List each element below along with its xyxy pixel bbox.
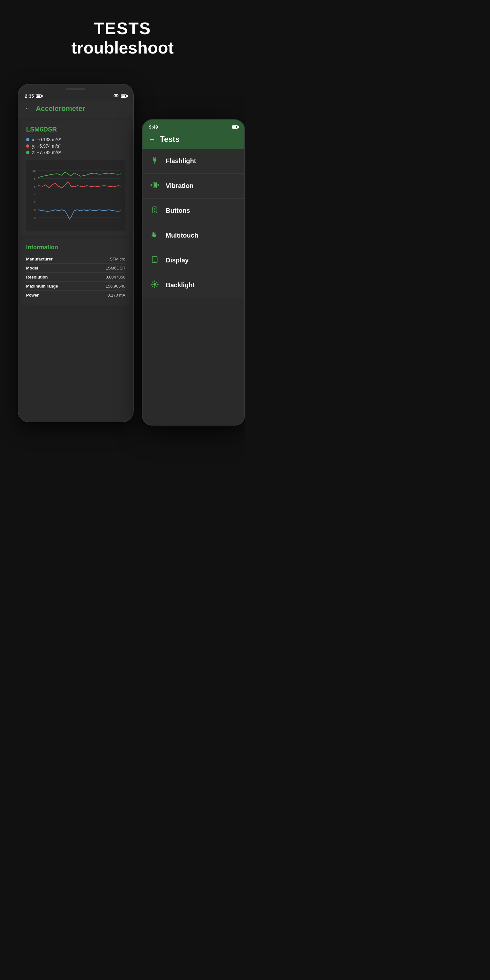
svg-text:0: 0 [34,208,36,212]
header-section: TESTS troubleshoot [0,0,245,71]
tests-header: 9:49 ← Tests [143,120,244,149]
y-value-row: y: +5.974 m/s² [26,143,126,149]
info-label: Model [26,266,38,270]
info-value: LSM6DSR [106,266,126,270]
multitouch-label: Multitouch [166,232,198,239]
phones-area: 2:35 ← Accelerometer LSM6DSR x: +0.133 m… [0,77,245,464]
info-value: 0.0047856 [106,275,126,280]
main-subtitle: troubleshoot [13,38,232,58]
tests-title-bar: ← Tests [143,132,244,149]
info-label: Power [26,293,39,298]
tests-list: Flashlight Vibration Buttons Multitouch … [143,149,244,298]
info-value: 156.90640 [106,284,126,288]
z-value: z: +7.782 m/s² [32,150,60,155]
flashlight-label: Flashlight [166,158,196,165]
test-item-buttons[interactable]: Buttons [143,199,244,223]
svg-rect-14 [153,158,156,159]
info-row: Maximum range 156.90640 [26,282,126,291]
tests-battery [232,126,238,129]
info-value: 0.170 mA [107,293,126,298]
svg-rect-16 [154,183,156,187]
chart-svg: 10 8 6 4 2 0 -2 [29,163,123,229]
svg-point-18 [154,211,155,212]
display-icon [150,255,159,266]
status-right [113,94,127,98]
accelerometer-header: ← Accelerometer [18,100,133,118]
info-label: Resolution [26,275,48,280]
information-title: Information [26,244,126,251]
x-value: x: +0.133 m/s² [32,137,60,142]
svg-text:-2: -2 [33,216,36,220]
info-row: Power 0.170 mA [26,291,126,299]
accelerometer-chart: 10 8 6 4 2 0 -2 [26,160,126,231]
multitouch-icon [150,231,159,241]
status-time: 2:35 [25,94,34,99]
info-value: STMicro [110,257,126,261]
x-value-row: x: +0.133 m/s² [26,137,126,142]
sensor-values: x: +0.133 m/s² y: +5.974 m/s² z: +7.782 … [26,137,126,155]
main-title: TESTS [13,19,232,38]
z-value-row: z: +7.782 m/s² [26,150,126,155]
sensor-card: LSM6DSR x: +0.133 m/s² y: +5.974 m/s² z:… [21,121,130,236]
tests-time: 9:49 [149,124,158,130]
status-left: 2:35 [25,94,41,99]
svg-text:4: 4 [34,193,36,196]
sensor-name: LSM6DSR [26,126,126,133]
y-value: y: +5.974 m/s² [32,143,60,149]
flashlight-icon [150,156,159,166]
svg-point-21 [154,261,155,262]
phone-tests: 9:49 ← Tests Flashlight Vibration Button… [142,119,245,426]
test-item-backlight[interactable]: Backlight [143,273,244,298]
info-row: Model LSM6DSR [26,264,126,273]
info-label: Maximum range [26,284,58,288]
buttons-icon [150,206,159,216]
svg-text:2: 2 [34,200,36,204]
vibration-icon [150,181,159,191]
phone-accelerometer: 2:35 ← Accelerometer LSM6DSR x: +0.133 m… [18,84,134,422]
svg-text:6: 6 [34,185,36,188]
phone-notch [66,88,86,90]
x-dot [26,138,29,141]
test-item-display[interactable]: Display [143,248,244,273]
info-row: Resolution 0.0047856 [26,273,126,282]
buttons-label: Buttons [166,207,190,215]
svg-point-22 [153,283,156,286]
svg-text:10: 10 [33,169,36,172]
info-rows: Manufacturer STMicro Model LSM6DSR Resol… [26,255,126,299]
battery-icon-right [121,94,127,98]
info-row: Manufacturer STMicro [26,255,126,264]
test-item-vibration[interactable]: Vibration [143,174,244,199]
battery-icon [36,94,41,98]
backlight-icon [150,280,159,290]
tests-title: Tests [160,135,180,144]
status-bar: 2:35 [18,90,133,100]
tests-back-arrow[interactable]: ← [149,135,155,143]
information-card: Information Manufacturer STMicro Model L… [21,239,130,305]
z-dot [26,151,29,154]
accelerometer-title: Accelerometer [36,105,85,113]
wifi-icon [113,94,119,98]
backlight-label: Backlight [166,282,195,289]
display-label: Display [166,257,189,264]
tests-status-bar: 9:49 [143,120,244,132]
vibration-label: Vibration [166,182,193,189]
test-item-multitouch[interactable]: Multitouch [143,223,244,248]
svg-text:8: 8 [34,177,36,180]
info-label: Manufacturer [26,257,52,261]
y-dot [26,145,29,148]
back-arrow-icon[interactable]: ← [25,105,31,112]
test-item-flashlight[interactable]: Flashlight [143,149,244,174]
